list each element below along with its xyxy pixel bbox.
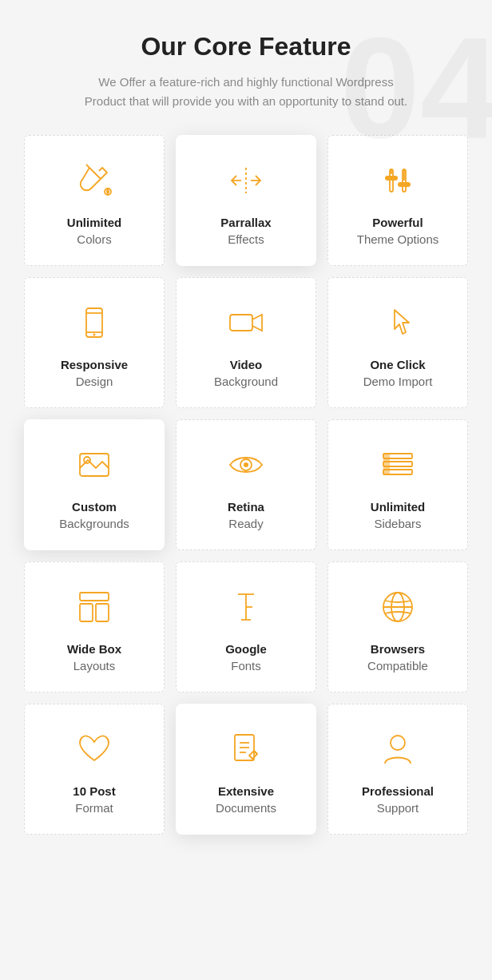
card-subtitle: Background	[214, 373, 278, 390]
svg-point-38	[391, 736, 405, 750]
card-title: Powerful	[372, 214, 423, 231]
svg-rect-25	[96, 604, 109, 621]
card-title: Unlimited	[371, 498, 425, 515]
heart-icon	[72, 727, 117, 772]
background-number: 04	[340, 16, 492, 160]
card-title: Video	[230, 356, 263, 373]
svg-point-13	[93, 334, 96, 336]
card-title: Parrallax	[220, 214, 271, 231]
parallax-icon	[224, 158, 268, 203]
card-title: Retina	[228, 498, 264, 515]
card-subtitle: Layouts	[73, 657, 116, 674]
card-video-background[interactable]: Video Background	[176, 277, 316, 408]
card-subtitle: Format	[75, 799, 113, 816]
card-title: Professional	[362, 783, 434, 799]
card-subtitle: Sidebars	[374, 515, 421, 532]
card-subtitle: Compatible	[367, 657, 428, 674]
card-10-post-format[interactable]: 10 Post Format	[24, 704, 165, 835]
svg-rect-22	[383, 454, 390, 474]
card-subtitle: Documents	[216, 799, 276, 816]
card-title: Wide Box	[67, 641, 121, 657]
card-title: Custom	[72, 498, 117, 515]
card-title: Unlimited	[67, 214, 121, 231]
pointer-icon	[375, 300, 420, 345]
svg-point-18	[244, 462, 248, 467]
card-wide-box-layouts[interactable]: Wide Box Layouts	[24, 561, 165, 692]
image-icon	[72, 442, 117, 487]
card-one-click-demo-import[interactable]: One Click Demo Import	[327, 277, 468, 408]
svg-rect-7	[398, 182, 411, 187]
typography-icon	[224, 585, 268, 629]
globe-icon	[375, 585, 420, 629]
card-subtitle: Design	[76, 373, 113, 390]
layout-icon	[72, 585, 117, 629]
card-title: Extensive	[218, 783, 274, 799]
features-grid: Unlimited Colors Parrallax Effects	[16, 135, 476, 835]
sidebars-icon	[375, 442, 420, 487]
svg-rect-6	[385, 176, 398, 181]
card-retina-ready[interactable]: Retina Ready	[176, 419, 316, 550]
card-subtitle: Demo Import	[363, 373, 433, 390]
card-subtitle: Fonts	[231, 657, 261, 674]
svg-rect-23	[80, 593, 109, 601]
card-subtitle: Ready	[228, 515, 263, 532]
card-professional-support[interactable]: Professional Support	[327, 704, 468, 835]
svg-rect-15	[80, 454, 109, 476]
card-title: Google	[225, 641, 267, 657]
card-subtitle: Support	[377, 799, 419, 816]
video-camera-icon	[224, 300, 268, 345]
paint-bucket-icon	[72, 158, 117, 203]
core-features-section: 04 Our Core Feature We Offer a feature-r…	[0, 0, 492, 859]
card-title: Browsers	[371, 641, 425, 657]
document-edit-icon	[224, 727, 268, 772]
card-subtitle: Colors	[77, 231, 111, 248]
card-subtitle: Theme Options	[357, 231, 439, 248]
card-custom-backgrounds[interactable]: Custom Backgrounds	[24, 419, 165, 550]
card-unlimited-colors[interactable]: Unlimited Colors	[24, 135, 165, 266]
card-browsers-compatible[interactable]: Browsers Compatible	[327, 561, 468, 692]
card-parallax-effects[interactable]: Parrallax Effects	[176, 135, 316, 266]
card-google-fonts[interactable]: Google Fonts	[176, 561, 316, 692]
svg-rect-14	[230, 315, 252, 331]
card-title: Responsive	[61, 356, 128, 373]
card-unlimited-sidebars[interactable]: Unlimited Sidebars	[327, 419, 468, 550]
card-title: 10 Post	[73, 783, 115, 799]
svg-rect-24	[80, 604, 93, 621]
card-subtitle: Backgrounds	[59, 515, 129, 532]
mobile-icon	[72, 300, 117, 345]
card-title: One Click	[370, 356, 425, 373]
card-responsive-design[interactable]: Responsive Design	[24, 277, 165, 408]
eye-icon	[224, 442, 268, 487]
card-extensive-documents[interactable]: Extensive Documents	[176, 704, 316, 835]
person-icon	[375, 727, 420, 772]
card-subtitle: Effects	[228, 231, 264, 248]
